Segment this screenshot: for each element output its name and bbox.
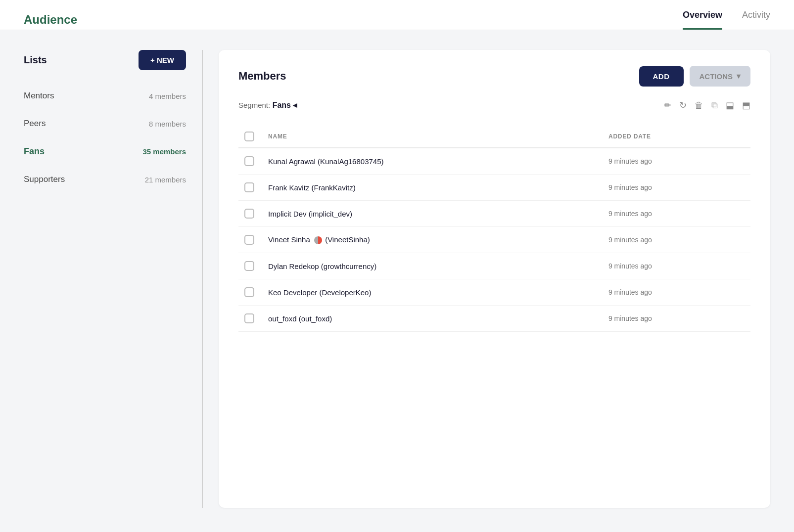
segment-icons: ✏ ↻ 🗑 ⧉ ⬓ ⬒: [664, 101, 750, 110]
member-added-date: 9 minutes ago: [603, 306, 750, 332]
sidebar-divider: [202, 50, 203, 508]
chevron-down-icon: ▾: [737, 72, 741, 81]
list-item-name-peers: Peers: [24, 119, 46, 129]
member-added-date: 9 minutes ago: [603, 175, 750, 201]
table-row: Dylan Redekop (growthcurrency)9 minutes …: [238, 253, 750, 279]
sidebar-item-fans[interactable]: Fans 35 members: [24, 137, 186, 166]
list-item-name-supporters: Supporters: [24, 175, 65, 184]
row-checkbox-cell: [238, 175, 262, 201]
table-header-name: NAME: [262, 128, 603, 148]
actions-label: ACTIONS: [700, 72, 733, 81]
member-name: Keo Developer (DeveloperKeo): [262, 279, 603, 306]
refresh-segment-icon[interactable]: ↻: [679, 101, 687, 110]
new-list-button[interactable]: + NEW: [139, 50, 186, 70]
app-logo: Audience: [24, 13, 77, 27]
member-name: Implicit Dev (implicit_dev): [262, 201, 603, 227]
table-row: Implicit Dev (implicit_dev)9 minutes ago: [238, 201, 750, 227]
table-row: Kunal Agrawal (KunalAg16803745)9 minutes…: [238, 148, 750, 175]
content-header: Members ADD ACTIONS ▾: [238, 66, 750, 87]
row-checkbox-cell: [238, 279, 262, 306]
tab-activity[interactable]: Activity: [742, 10, 770, 30]
verified-badge-icon: [314, 236, 322, 244]
row-checkbox-cell: [238, 227, 262, 253]
list-item-name-fans: Fans: [24, 146, 45, 157]
table-row: Frank Kavitz (FrankKavitz)9 minutes ago: [238, 175, 750, 201]
sidebar-title: Lists: [24, 54, 47, 66]
table-row: Vineet Sinha (VineetSinha)9 minutes ago: [238, 227, 750, 253]
member-name: out_foxd (out_foxd): [262, 306, 603, 332]
member-added-date: 9 minutes ago: [603, 253, 750, 279]
table-row: out_foxd (out_foxd)9 minutes ago: [238, 306, 750, 332]
member-name: Frank Kavitz (FrankKavitz): [262, 175, 603, 201]
list-item-count-peers: 8 members: [149, 120, 186, 128]
main-nav: Overview Activity: [683, 10, 770, 30]
add-member-button[interactable]: ADD: [639, 66, 684, 87]
member-checkbox-2[interactable]: [244, 209, 254, 219]
delete-segment-icon[interactable]: 🗑: [695, 101, 703, 110]
list-item-count-mentors: 4 members: [149, 92, 186, 100]
tab-overview[interactable]: Overview: [683, 10, 722, 30]
row-checkbox-cell: [238, 253, 262, 279]
member-added-date: 9 minutes ago: [603, 201, 750, 227]
actions-dropdown-button[interactable]: ACTIONS ▾: [690, 66, 751, 87]
select-all-checkbox[interactable]: [244, 132, 254, 141]
content-actions: ADD ACTIONS ▾: [639, 66, 751, 87]
sidebar: Lists + NEW Mentors 4 members Peers 8 me…: [24, 50, 202, 508]
member-added-date: 9 minutes ago: [603, 227, 750, 253]
table-row: Keo Developer (DeveloperKeo)9 minutes ag…: [238, 279, 750, 306]
copy-segment-icon[interactable]: ⧉: [711, 101, 718, 110]
row-checkbox-cell: [238, 306, 262, 332]
member-checkbox-3[interactable]: [244, 235, 254, 245]
table-header-checkbox: [238, 128, 262, 148]
member-added-date: 9 minutes ago: [603, 148, 750, 175]
member-checkbox-1[interactable]: [244, 182, 254, 192]
table-header-added: ADDED DATE: [603, 128, 750, 148]
export-segment-icon[interactable]: ⬓: [726, 101, 734, 110]
member-name: Kunal Agrawal (KunalAg16803745): [262, 148, 603, 175]
sidebar-header: Lists + NEW: [24, 50, 186, 70]
member-checkbox-6[interactable]: [244, 313, 254, 323]
header: Audience Overview Activity: [0, 0, 794, 30]
segment-label-text: Segment:: [238, 101, 270, 109]
list-item-count-supporters: 21 members: [145, 176, 186, 184]
sidebar-item-supporters[interactable]: Supporters 21 members: [24, 166, 186, 193]
member-checkbox-4[interactable]: [244, 261, 254, 271]
row-checkbox-cell: [238, 201, 262, 227]
segment-bar: Segment: Fans ◂ ✏ ↻ 🗑 ⧉ ⬓ ⬒: [238, 100, 750, 118]
member-added-date: 9 minutes ago: [603, 279, 750, 306]
member-checkbox-0[interactable]: [244, 156, 254, 166]
segment-info: Segment: Fans ◂: [238, 100, 297, 110]
member-checkbox-5[interactable]: [244, 287, 254, 297]
sidebar-item-mentors[interactable]: Mentors 4 members: [24, 82, 186, 110]
list-items: Mentors 4 members Peers 8 members Fans 3…: [24, 82, 186, 193]
list-item-count-fans: 35 members: [142, 147, 186, 156]
sidebar-item-peers[interactable]: Peers 8 members: [24, 110, 186, 137]
members-table: NAME ADDED DATE Kunal Agrawal (KunalAg16…: [238, 128, 750, 332]
members-title: Members: [238, 70, 286, 83]
list-item-name-mentors: Mentors: [24, 91, 54, 101]
main-layout: Lists + NEW Mentors 4 members Peers 8 me…: [0, 30, 794, 528]
row-checkbox-cell: [238, 148, 262, 175]
content-area: Members ADD ACTIONS ▾ Segment: Fans ◂ ✏ …: [219, 50, 770, 508]
segment-value: Fans ◂: [273, 101, 297, 109]
edit-segment-icon[interactable]: ✏: [664, 101, 671, 110]
import-segment-icon[interactable]: ⬒: [742, 101, 750, 110]
member-name: Dylan Redekop (growthcurrency): [262, 253, 603, 279]
member-name: Vineet Sinha (VineetSinha): [262, 227, 603, 253]
